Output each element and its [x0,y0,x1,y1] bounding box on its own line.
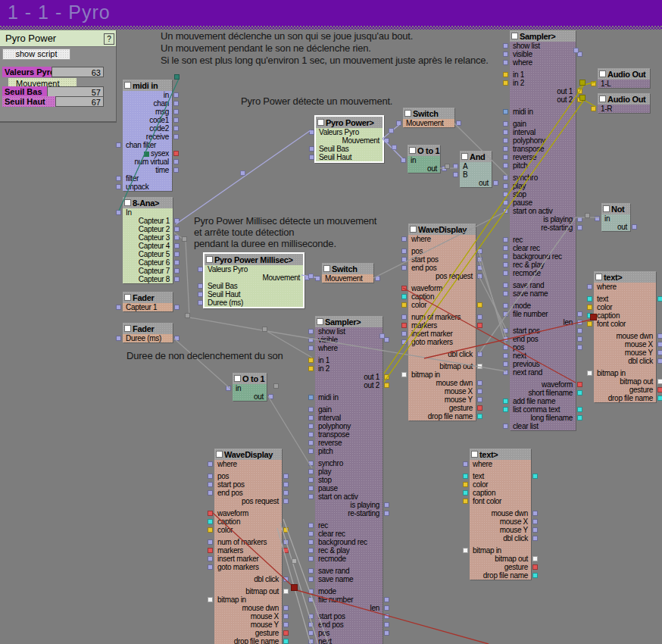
port-row-mouse-y[interactable]: mouse Y [214,621,282,629]
module-header[interactable]: O to 1 [233,373,267,384]
connector-in[interactable] [208,482,213,487]
connector-out[interactable] [657,350,662,355]
connector-in[interactable] [587,305,592,310]
port-row-dbl-click[interactable]: dbl click [408,350,476,358]
connector-in[interactable] [401,257,407,262]
connector-in[interactable] [503,345,508,350]
connector-out[interactable] [174,227,180,232]
port-row-start-on-activ[interactable]: start on activ [510,207,576,215]
port-row-long-filename[interactable]: long filename [510,414,576,422]
port-row-mouvement[interactable]: Mouvement [205,274,303,282]
wire-junction[interactable] [308,274,314,279]
port-row-a[interactable]: A [460,162,492,170]
port-row-start-pos[interactable]: start pos [315,612,383,621]
port-row-bitmap-in[interactable]: bitmap in [408,370,476,379]
connector-out[interactable] [283,605,289,611]
port-row-stop[interactable]: stop [315,476,383,484]
connector-out[interactable] [657,358,662,364]
wire-junction[interactable] [273,383,279,389]
connector-out[interactable] [632,224,637,230]
port-row-re-starting[interactable]: re-starting [510,224,576,232]
wire-junction[interactable] [182,236,187,242]
module-header[interactable]: And [460,151,492,162]
connector-in[interactable] [208,474,213,479]
connector-out[interactable] [477,352,482,357]
port-row-b[interactable]: B [460,170,492,179]
connector-in[interactable] [401,372,407,377]
port-row-mouse-dwn[interactable]: mouse dwn [594,332,656,340]
module-8-ana[interactable]: 8-Ana>InCapteur 1Capteur 2Capteur 3Capte… [123,197,173,283]
port-row-in-2[interactable]: in 2 [510,79,576,87]
connector-in[interactable] [308,415,314,420]
fader-label[interactable]: Valeurs Pyro [2,67,52,77]
connector-out[interactable] [532,519,538,524]
port-row-save-name[interactable]: save name [510,289,576,298]
port-row-in[interactable]: in [601,214,630,223]
connector-in[interactable] [308,395,314,400]
port-row-gesture[interactable]: gesture [470,563,531,571]
port-row-caption[interactable]: caption [214,517,282,526]
wire-junction[interactable] [185,313,190,318]
port-row-capteur-1[interactable]: Capteur 1 [123,303,173,311]
port-row-play[interactable]: play [315,467,383,476]
connector-in[interactable] [591,106,596,111]
module-checkbox-icon[interactable] [410,226,417,233]
connector-in[interactable] [308,345,314,351]
connector-out[interactable] [268,394,273,399]
port-row-short-filename[interactable]: short filename [510,389,576,397]
port-row-out-1[interactable]: out 1 [315,373,383,381]
module-header[interactable]: WaveDisplay [214,449,282,460]
module-pyro-power[interactable]: Pyro Power>Valeurs PyroMouvementSeuil Ba… [314,115,384,163]
port-row-add-file-name[interactable]: add file name [510,397,576,405]
connector-out[interactable] [283,630,289,636]
port-row-num-virtual[interactable]: num virtual [123,158,172,166]
module-header[interactable]: midi in [123,80,172,91]
connector-out[interactable] [657,387,662,392]
connector-out[interactable] [532,573,538,578]
port-row-duree-ms[interactable]: Duree (ms) [205,299,303,307]
connector-in[interactable] [503,407,508,412]
connector-out[interactable] [384,605,389,611]
connector-out[interactable] [173,117,179,123]
port-row-is-playing[interactable]: is playing [510,215,576,224]
port-row-in[interactable]: in [408,156,440,164]
port-row-pos[interactable]: pos [510,343,576,352]
module-checkbox-icon[interactable] [234,375,241,382]
connector-in[interactable] [401,158,406,163]
wire-junction[interactable] [579,80,585,86]
port-row-interval[interactable]: interval [510,128,576,136]
connector-in[interactable] [401,339,407,345]
port-row-gain[interactable]: gain [315,405,383,414]
port-row-where[interactable]: where [470,460,531,468]
port-row-len[interactable]: len [510,318,576,327]
port-row-capteur-1[interactable]: Capteur 1 [123,217,173,225]
wire-junction[interactable] [291,584,298,591]
port-row-waveform[interactable]: waveform [408,284,476,292]
port-row-goto-markers[interactable]: goto markers [214,563,282,571]
connector-in[interactable] [208,564,213,570]
wire-junction[interactable] [174,74,180,80]
connector-out[interactable] [577,328,582,333]
port-row-file-number[interactable]: file number [510,310,576,318]
connector-in[interactable] [308,432,314,437]
connector-in[interactable] [208,490,213,496]
port-row-valeurs-pyro[interactable]: Valeurs Pyro [316,128,383,136]
port-row-next[interactable]: next [510,352,576,360]
port-row-rec-play[interactable]: rec & play [315,546,383,555]
connector-out[interactable] [173,101,179,106]
module-header[interactable]: Switch [403,108,454,119]
connector-in[interactable] [116,142,121,148]
port-row-mouse-dwn[interactable]: mouse dwn [470,509,531,517]
connector-in[interactable] [308,461,314,466]
connector-in[interactable] [208,556,213,561]
port-row-out[interactable]: out [408,164,440,173]
connector-in[interactable] [308,486,314,491]
port-row-markers[interactable]: markers [408,321,476,330]
port-row-color[interactable]: color [214,526,282,534]
connector-in[interactable] [503,361,508,367]
panel-row-seuil-haut[interactable]: Seuil Haut 67 [2,96,104,107]
panel-row-valeurs-pyro[interactable]: Valeurs Pyro 63 [2,67,104,77]
port-row-pos-request[interactable]: pos request [214,497,282,505]
port-row-mouse-y[interactable]: mouse Y [594,349,656,357]
port-row-where[interactable]: where [510,58,576,67]
